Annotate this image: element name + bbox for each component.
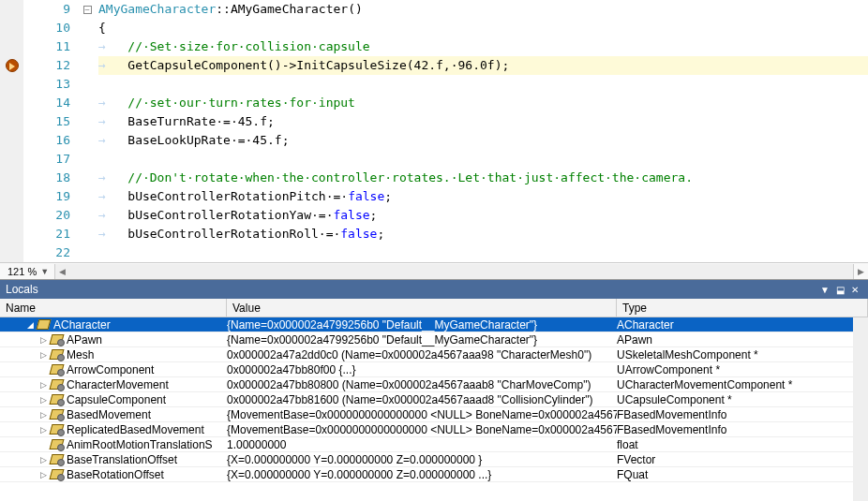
variable-type: USkeletalMeshComponent * [617, 348, 853, 361]
variable-value: 0x000002a47bb80800 (Name=0x000002a4567aa… [227, 378, 617, 391]
variable-row[interactable]: ▷BaseTranslationOffset{X=0.000000000 Y=0… [0, 452, 853, 467]
line-number: 18 [23, 169, 70, 187]
outline-margin[interactable]: − [80, 0, 95, 262]
variable-row[interactable]: ▷APawn{Name=0x000002a4799256b0 "Default_… [0, 332, 853, 347]
pin-icon[interactable]: ⬓ [832, 285, 847, 295]
locals-panel-header[interactable]: Locals ▼ ⬓ ✕ [0, 280, 868, 299]
horizontal-scrollbar[interactable]: ◀ [54, 264, 853, 279]
line-number: 12 [23, 56, 70, 75]
code-line[interactable] [98, 150, 868, 169]
variable-row[interactable]: ▷ReplicatedBasedMovement{MovementBase=0x… [0, 422, 853, 437]
zoom-level[interactable]: 121 % [0, 266, 40, 277]
code-line[interactable]: → bUseControllerRotationPitch·=·false; [98, 187, 868, 206]
column-header-name[interactable]: Name [0, 299, 227, 317]
code-line[interactable]: { [98, 19, 868, 37]
line-number: 16 [23, 131, 70, 150]
variable-row[interactable]: AnimRootMotionTranslationS1.00000000floa… [0, 437, 853, 452]
variable-icon [51, 334, 63, 345]
expander-icon[interactable]: ▷ [39, 410, 48, 419]
variable-row[interactable]: ▷CharacterMovement0x000002a47bb80800 (Na… [0, 377, 853, 392]
expander-icon[interactable]: ▷ [39, 395, 48, 404]
expander-icon[interactable]: ◢ [26, 320, 35, 329]
expander-icon[interactable]: ▷ [39, 425, 48, 434]
variable-name: BasedMovement [67, 408, 151, 421]
close-icon[interactable]: ✕ [847, 285, 862, 295]
line-number: 19 [23, 187, 70, 206]
code-line[interactable] [98, 243, 868, 262]
variable-row[interactable]: ◢ACharacter{Name=0x000002a4799256b0 "Def… [0, 317, 853, 332]
column-header-value[interactable]: Value [227, 299, 617, 317]
line-number-gutter: 910111213141516171819202122 [23, 0, 80, 262]
variable-type: FBasedMovementInfo [617, 423, 853, 436]
variable-value: {Name=0x000002a4799256b0 "Default__MyGam… [227, 333, 617, 346]
variable-value: 0x000002a47bb80f00 {...} [227, 363, 617, 376]
variable-type: float [617, 438, 853, 451]
variable-icon [51, 439, 63, 449]
variable-type: UArrowComponent * [617, 363, 853, 376]
variable-type: ACharacter [617, 318, 853, 332]
line-number: 20 [23, 206, 70, 225]
variable-value: {MovementBase=0x0000000000000000 <NULL> … [227, 423, 617, 436]
variable-icon [37, 319, 50, 330]
line-number: 10 [23, 19, 70, 37]
variable-value: 1.00000000 [227, 438, 617, 451]
variable-row[interactable]: ▷BasedMovement{MovementBase=0x0000000000… [0, 407, 853, 422]
variable-row[interactable]: ▷BaseRotationOffset{X=0.000000000 Y=0.00… [0, 467, 853, 482]
vertical-scrollbar[interactable] [853, 317, 868, 501]
code-line[interactable]: → BaseLookUpRate·=·45.f; [98, 131, 868, 150]
line-number: 15 [23, 112, 70, 131]
code-line[interactable] [98, 75, 868, 94]
expander-icon[interactable]: ▷ [39, 350, 48, 359]
variable-value: {X=0.000000000 Y=0.000000000 Z=0.0000000… [227, 468, 617, 481]
breakpoint-icon[interactable] [6, 59, 19, 72]
variable-row[interactable]: ▷CapsuleComponent0x000002a47bb81600 (Nam… [0, 392, 853, 407]
window-dropdown-icon[interactable]: ▼ [817, 285, 832, 295]
line-number: 22 [23, 243, 70, 262]
variable-icon [51, 349, 63, 360]
line-number: 17 [23, 150, 70, 169]
expander-icon[interactable]: ▷ [39, 335, 48, 344]
collapse-icon[interactable]: − [83, 6, 92, 14]
variable-row[interactable]: ArrowComponent0x000002a47bb80f00 {...}UA… [0, 362, 853, 377]
variable-value: {Name=0x000002a4799256b0 "Default__MyGam… [227, 318, 617, 332]
code-line[interactable]: → //·Don't·rotate·when·the·controller·ro… [98, 169, 868, 187]
variable-type: UCharacterMovementComponent * [617, 378, 853, 391]
expander-icon[interactable]: ▷ [39, 470, 48, 479]
line-number: 14 [23, 94, 70, 112]
editor-footer: 121 % ▼ ◀ ▶ [0, 262, 868, 279]
variable-icon [51, 454, 63, 464]
expander-icon[interactable] [39, 440, 48, 449]
chevron-down-icon[interactable]: ▼ [40, 267, 54, 276]
variable-name: CharacterMovement [67, 378, 169, 391]
scroll-right-icon[interactable]: ▶ [853, 264, 868, 279]
variable-row[interactable]: ▷Mesh0x000002a47a2dd0c0 (Name=0x000002a4… [0, 347, 853, 362]
variable-icon [51, 409, 63, 420]
code-line[interactable]: → bUseControllerRotationRoll·=·false; [98, 225, 868, 243]
expander-icon[interactable]: ▷ [39, 380, 48, 389]
variable-value: 0x000002a47a2dd0c0 (Name=0x000002a4567aa… [227, 348, 617, 361]
breakpoint-margin[interactable] [0, 0, 23, 262]
expander-icon[interactable]: ▷ [39, 455, 48, 464]
code-line[interactable]: → BaseTurnRate·=·45.f; [98, 112, 868, 131]
variable-type: APawn [617, 333, 853, 346]
variable-type: FBasedMovementInfo [617, 408, 853, 421]
code-line[interactable]: AMyGameCharacter::AMyGameCharacter() [98, 0, 868, 19]
expander-icon[interactable] [39, 365, 48, 374]
variable-name: ArrowComponent [67, 363, 154, 376]
code-line[interactable]: → //·set·our·turn·rates·for·input [98, 94, 868, 112]
line-number: 11 [23, 37, 70, 56]
scroll-left-icon[interactable]: ◀ [55, 267, 66, 276]
variable-name: ReplicatedBasedMovement [67, 423, 204, 436]
code-line[interactable]: → //·Set·size·for·collision·capsule [98, 37, 868, 56]
locals-grid-body[interactable]: ◢ACharacter{Name=0x000002a4799256b0 "Def… [0, 317, 853, 501]
code-line[interactable]: → GetCapsuleComponent()->InitCapsuleSize… [98, 56, 868, 75]
code-text-area[interactable]: AMyGameCharacter::AMyGameCharacter(){→ /… [95, 0, 868, 262]
variable-value: {MovementBase=0x0000000000000000 <NULL> … [227, 408, 617, 421]
variable-name: AnimRootMotionTranslationS [67, 438, 213, 451]
variable-value: 0x000002a47bb81600 (Name=0x000002a4567aa… [227, 393, 617, 406]
variable-icon [51, 364, 63, 375]
variable-type: UCapsuleComponent * [617, 393, 853, 406]
variable-name: BaseRotationOffset [67, 468, 164, 481]
code-line[interactable]: → bUseControllerRotationYaw·=·false; [98, 206, 868, 225]
column-header-type[interactable]: Type [617, 299, 868, 317]
